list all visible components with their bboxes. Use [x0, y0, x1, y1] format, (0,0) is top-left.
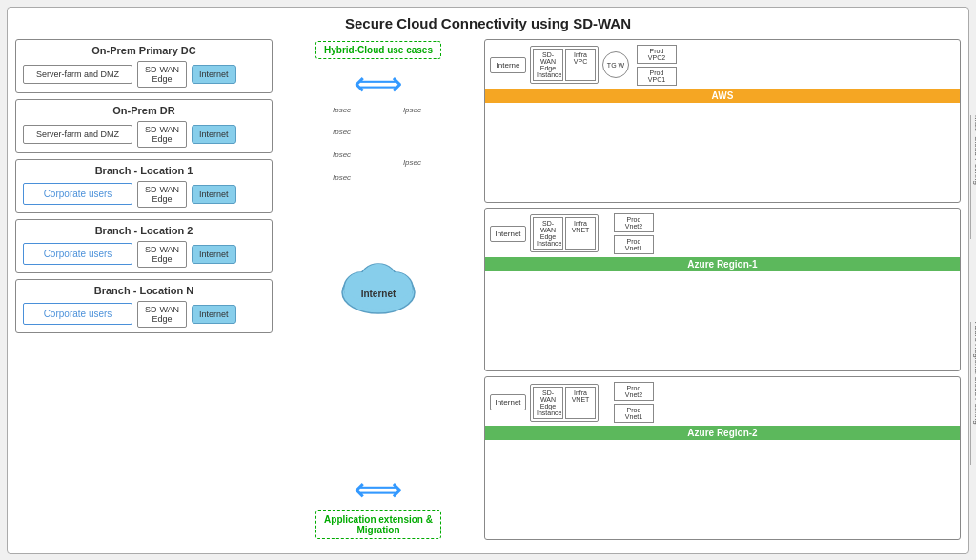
azure1-internet: Internet [490, 226, 526, 242]
right-column: Multi- Cloud-Peering Azure Regional Clou… [484, 39, 961, 541]
multi-cloud-peering-label: Multi- Cloud-Peering [970, 115, 976, 239]
internet-branch2: Internet [192, 245, 236, 264]
sdwan-edge-branch2: SD-WAN Edge [137, 241, 187, 268]
azure2-region-box: Internet SD-WAN Edge Instance Infra VNET… [484, 376, 961, 540]
branch1-title: Branch - Location 1 [23, 165, 265, 176]
azure2-sdwan-edge: SD-WAN Edge Instance [533, 387, 563, 419]
aws-internet: Interne [490, 57, 526, 73]
ipsec-label-1: Ipsec [333, 106, 351, 114]
ipsec-label-right-2: Ipsec [403, 158, 421, 167]
branchN-box: Branch - Location N Corporate users SD-W… [15, 279, 273, 333]
onprem-primary-box: On-Prem Primary DC Server-farm and DMZ S… [15, 39, 273, 93]
server-farm-primary: Server-farm and DMZ [23, 65, 132, 84]
azure2-prod-vnet1: Prod Vnet1 [614, 404, 654, 423]
aws-prod-vpc1: Prod VPC1 [637, 67, 677, 86]
aws-prod-vpc2: Prod VPC2 [637, 45, 677, 64]
aws-footer: AWS [485, 89, 960, 103]
onprem-dr-box: On-Prem DR Server-farm and DMZ SD-WAN Ed… [15, 99, 273, 153]
content-area: On-Prem Primary DC Server-farm and DMZ S… [15, 39, 961, 541]
server-farm-dr: Server-farm and DMZ [23, 125, 132, 144]
svg-text:Internet: Internet [361, 289, 396, 299]
azure2-footer: Azure Region-2 [485, 426, 960, 440]
azure2-sdwan-group: SD-WAN Edge Instance Infra VNET [530, 384, 599, 422]
page-title: Secure Cloud Connectivity using SD-WAN [15, 15, 961, 31]
internet-branch1: Internet [192, 185, 236, 204]
aws-sdwan-edge: SD-WAN Edge Instance [533, 49, 563, 81]
branch1-box: Branch - Location 1 Corporate users SD-W… [15, 159, 273, 213]
internet-primary: Internet [192, 65, 236, 84]
corporate-users-branch2: Corporate users [23, 243, 132, 265]
azure1-prod-vnet1: Prod Vnet1 [614, 235, 654, 254]
azure1-region-box: Internet SD-WAN Edge Instance Infra VNET… [484, 208, 961, 371]
azure2-prod-vnet2: Prod Vnet2 [614, 382, 654, 401]
internet-dr: Internet [192, 125, 236, 144]
corporate-users-branch1: Corporate users [23, 183, 132, 205]
sdwan-edge-dr: SD-WAN Edge [137, 121, 187, 148]
ipsec-label-3: Ipsec [333, 150, 351, 159]
app-extension-label: Application extension & Migration [315, 510, 441, 539]
ipsec-label-right-1: Ipsec [403, 106, 421, 114]
sdwan-edge-branchN: SD-WAN Edge [137, 301, 187, 328]
azure1-sdwan-group: SD-WAN Edge Instance Infra VNET [530, 214, 599, 252]
branch2-title: Branch - Location 2 [23, 225, 265, 236]
ipsec-label-4: Ipsec [333, 173, 351, 182]
internet-branchN: Internet [192, 305, 236, 324]
azure1-infra-vnet: Infra VNET [565, 217, 596, 250]
onprem-dr-title: On-Prem DR [23, 105, 265, 116]
branch2-box: Branch - Location 2 Corporate users SD-W… [15, 219, 273, 273]
main-container: Secure Cloud Connectivity using SD-WAN O… [7, 7, 969, 554]
onprem-primary-title: On-Prem Primary DC [23, 45, 265, 56]
middle-column: Hybrid-Cloud use cases ⟺ Ipsec Ipsec Ips… [278, 39, 478, 541]
aws-sdwan-group: SD-WAN Edge Instance Infra VPC [530, 46, 599, 84]
branchN-title: Branch - Location N [23, 285, 265, 296]
hybrid-cloud-label: Hybrid-Cloud use cases [315, 41, 441, 59]
aws-vpc-group: Prod VPC2 Prod VPC1 [637, 45, 677, 86]
ipsec-label-2: Ipsec [333, 128, 351, 136]
azure-regional-peering-label: Azure Regional Cloud Peering [970, 322, 976, 465]
left-column: On-Prem Primary DC Server-farm and DMZ S… [15, 39, 273, 541]
app-ext-arrow: ⟺ [354, 472, 403, 507]
corporate-users-branchN: Corporate users [23, 303, 132, 325]
azure2-vnet-group: Prod Vnet2 Prod Vnet1 [614, 382, 654, 423]
azure2-infra-vnet: Infra VNET [565, 387, 596, 419]
aws-region-box: Interne SD-WAN Edge Instance Infra VPC T… [484, 39, 961, 203]
sdwan-edge-branch1: SD-WAN Edge [137, 181, 187, 208]
aws-infra-vpc: Infra VPC [565, 49, 596, 81]
azure1-sdwan-edge: SD-WAN Edge Instance [533, 217, 563, 250]
azure1-vnet-group: Prod Vnet2 Prod Vnet1 [614, 213, 654, 254]
aws-tgw: TG W [602, 51, 629, 78]
azure1-footer: Azure Region-1 [485, 257, 960, 271]
hybrid-cloud-arrow: ⟺ [354, 67, 403, 101]
azure1-prod-vnet2: Prod Vnet2 [614, 213, 654, 232]
internet-cloud: Internet [331, 254, 426, 319]
azure2-internet: Internet [490, 394, 526, 410]
sdwan-edge-primary: SD-WAN Edge [137, 61, 187, 88]
